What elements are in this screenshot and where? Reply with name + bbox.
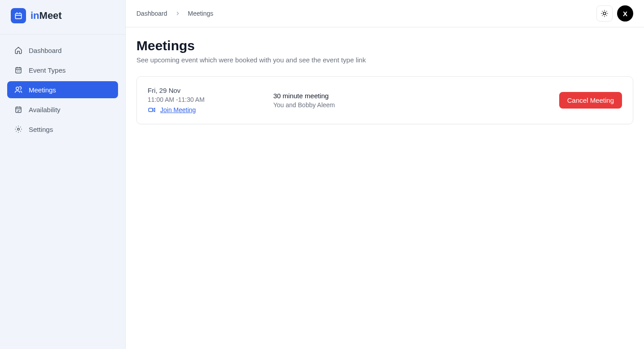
page-title: Meetings <box>136 38 633 53</box>
page-subtitle: See upcoming event which were booked wit… <box>136 56 633 64</box>
svg-point-4 <box>18 128 20 131</box>
sidebar-item-label: Event Types <box>29 66 66 74</box>
logo-text: inMeet <box>31 10 62 22</box>
svg-point-5 <box>603 12 606 15</box>
meeting-title: 30 minute meeting <box>273 92 559 100</box>
sun-icon <box>600 9 609 17</box>
svg-rect-6 <box>149 108 153 112</box>
calendar-check-icon <box>14 105 22 113</box>
sidebar-item-label: Dashboard <box>29 47 61 54</box>
avatar[interactable]: X <box>617 5 633 22</box>
cancel-meeting-button[interactable]: Cancel Meeting <box>559 92 622 109</box>
sidebar-item-label: Settings <box>29 126 53 133</box>
join-meeting-row: Join Meeting <box>148 106 273 114</box>
meeting-card: Fri, 29 Nov 11:00 AM -11:30 AM Join Meet… <box>136 76 633 124</box>
home-icon <box>14 46 22 54</box>
svg-point-2 <box>16 87 19 90</box>
sidebar-item-meetings[interactable]: Meetings <box>7 81 118 98</box>
breadcrumb-item-meetings[interactable]: Meetings <box>188 10 214 17</box>
topbar: Dashboard Meetings X <box>126 0 644 27</box>
sidebar: inMeet Dashboard Event Types Meetings <box>0 0 126 349</box>
content: Meetings See upcoming event which were b… <box>126 27 644 135</box>
theme-toggle-button[interactable] <box>596 5 613 22</box>
video-icon <box>148 106 156 114</box>
join-meeting-link[interactable]: Join Meeting <box>160 106 196 113</box>
avatar-initial: X <box>623 10 627 17</box>
meeting-participants: You and Bobby Aleem <box>273 101 559 109</box>
sidebar-item-dashboard[interactable]: Dashboard <box>7 42 118 59</box>
meeting-time-block: Fri, 29 Nov 11:00 AM -11:30 AM Join Meet… <box>148 87 273 114</box>
logo-icon <box>11 8 26 23</box>
meeting-date: Fri, 29 Nov <box>148 87 273 94</box>
users-icon <box>14 86 22 94</box>
meeting-details: 30 minute meeting You and Bobby Aleem <box>273 92 559 109</box>
sidebar-item-settings[interactable]: Settings <box>7 121 118 138</box>
main: Dashboard Meetings X Meetings See upcomi… <box>126 0 644 349</box>
svg-rect-1 <box>16 68 21 73</box>
svg-rect-3 <box>16 107 21 113</box>
logo[interactable]: inMeet <box>0 0 125 35</box>
breadcrumb: Dashboard Meetings <box>136 10 213 17</box>
svg-rect-0 <box>15 13 21 19</box>
topbar-actions: X <box>596 5 633 22</box>
meeting-time: 11:00 AM -11:30 AM <box>148 96 273 103</box>
sidebar-item-label: Availability <box>29 106 61 113</box>
breadcrumb-item-dashboard[interactable]: Dashboard <box>136 10 167 17</box>
sidebar-nav: Dashboard Event Types Meetings <box>0 35 125 145</box>
sidebar-item-availability[interactable]: Availability <box>7 101 118 118</box>
calendar-range-icon <box>14 66 22 74</box>
cog-icon <box>14 125 22 133</box>
sidebar-item-event-types[interactable]: Event Types <box>7 61 118 79</box>
chevron-right-icon <box>175 10 181 17</box>
sidebar-item-label: Meetings <box>29 86 56 94</box>
